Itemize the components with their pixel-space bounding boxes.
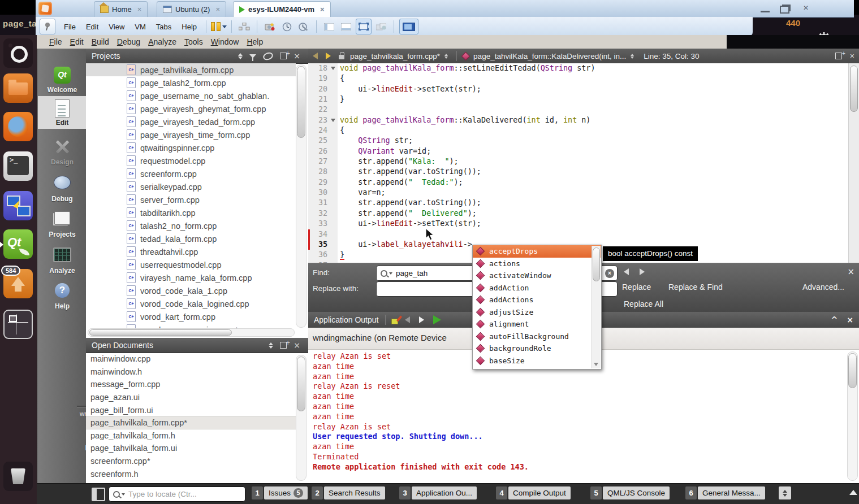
vm-tab-esys-ilum2440-vm[interactable]: esys-ILUM2440-vm× [233, 1, 331, 17]
vmware-menu-vm[interactable]: VM [130, 23, 151, 31]
open-document-row[interactable]: mainwindow.cpp [86, 353, 296, 366]
open-document-row[interactable]: page_tahvilkala_form.ui [86, 442, 296, 455]
open-documents-scrollbar[interactable] [296, 355, 307, 481]
split-panel-icon[interactable] [280, 342, 287, 349]
project-file-row[interactable]: C+tedad_kala_form.cpp [86, 232, 296, 245]
close-panel-icon[interactable]: × [293, 341, 300, 350]
clear-find-icon[interactable]: × [605, 269, 614, 278]
qtcreator-launcher-icon[interactable]: Qt [3, 229, 33, 259]
close-tab-icon[interactable]: × [320, 5, 325, 14]
completion-item[interactable]: baseSize [473, 355, 601, 367]
projects-horizontal-scrollbar[interactable] [88, 328, 295, 337]
open-document-row[interactable]: page_tahvilkala_form.h [86, 429, 296, 442]
code-line[interactable]: 21} [308, 94, 849, 105]
completion-item[interactable]: addActions [473, 294, 601, 306]
project-file-row[interactable]: C+page_username_no_sabt_ghablan. [86, 89, 296, 102]
project-file-row[interactable]: C+screenform.cpp [86, 167, 296, 180]
symbol-dropdown[interactable]: page_tahvilKala_form::KalaDelivered(int,… [473, 52, 626, 60]
pane-label[interactable]: Search Results [324, 486, 385, 499]
autocomplete-scrollbar[interactable] [592, 246, 601, 368]
project-file-row[interactable]: C+page_virayesh_gheymat_form.cpp [86, 102, 296, 115]
code-line[interactable]: 31 str.append(var.toString()); [308, 198, 849, 208]
ubuntu-dash-icon[interactable] [3, 38, 33, 68]
fold-arrow-icon[interactable] [331, 119, 335, 122]
file-manager-icon[interactable] [3, 73, 33, 103]
project-file-row[interactable]: C+threadtahvil.cpp [86, 245, 296, 258]
fullscreen-icon[interactable] [356, 19, 372, 34]
close-button[interactable]: ✕ [800, 4, 812, 12]
vmware-menu-edit[interactable]: Edit [81, 23, 103, 31]
go-forward-icon[interactable] [326, 53, 331, 59]
project-file-row[interactable]: C+page_talash2_form.cpp [86, 76, 296, 89]
completion-item[interactable]: backgroundRole [473, 342, 601, 355]
completion-item[interactable]: activateWindow [473, 270, 601, 282]
pane-label[interactable]: Issues5 [264, 486, 308, 499]
advanced-button[interactable]: Advanced... [802, 283, 844, 292]
pin-toolbar-icon[interactable] [40, 19, 55, 34]
qt-menu-analyze[interactable]: Analyze [148, 37, 176, 46]
project-file-row[interactable]: C+vorod_code_kala_logined.cpp [86, 297, 296, 310]
project-file-row[interactable]: C+requestmodel.cpp [86, 154, 296, 167]
split-editor-icon[interactable] [835, 53, 842, 59]
vm-tab-ubuntu-2-[interactable]: Ubuntu (2)× [157, 1, 226, 17]
output-scrollbar[interactable] [847, 351, 858, 481]
qt-menu-help[interactable]: Help [247, 37, 263, 46]
project-file-row[interactable]: C+page_virayesh_time_form.cpp [86, 128, 296, 141]
panel-mode-select-icon[interactable] [238, 53, 243, 60]
completion-item[interactable]: acceptDrops [473, 245, 601, 258]
project-file-row[interactable]: C+vorod_kart_form.cpp [86, 310, 296, 323]
output-pane-tab-issues[interactable]: 1Issues5 [252, 486, 308, 499]
completion-item[interactable]: adjustSize [473, 306, 601, 319]
show-library-icon[interactable] [322, 19, 336, 34]
terminal-icon[interactable]: >_ [3, 151, 33, 181]
project-file-row[interactable]: C+qtwaitingspinner.cpp [86, 141, 296, 154]
code-line[interactable]: 34 [308, 229, 849, 240]
open-document-row[interactable]: page_azan.ui [86, 391, 296, 404]
code-line[interactable]: 25 QString str; [308, 136, 849, 146]
fold-arrow-icon[interactable] [331, 67, 335, 70]
previous-output-icon[interactable] [405, 316, 410, 323]
project-file-row[interactable]: C+vorod_code_kala_1.cpp [86, 284, 296, 297]
output-pane-tab-qml-js-console[interactable]: 5QML/JS Console [590, 486, 670, 499]
locator-input[interactable]: Type to locate (Ctr... [109, 486, 245, 502]
sidebar-item-analyze[interactable]: Analyze [38, 244, 87, 277]
manage-snapshots-icon[interactable] [296, 19, 311, 34]
panel-mode-select-icon[interactable] [268, 342, 273, 349]
project-file-row[interactable]: C+page_virayesh_tedad_form.cpp [86, 115, 296, 128]
code-line[interactable]: 19{ [308, 73, 849, 84]
open-document-row[interactable]: screenform.cpp* [86, 455, 296, 468]
output-pane-tab-general-messa-[interactable]: 6General Messa... [685, 486, 765, 499]
vmware-menu-view[interactable]: View [103, 23, 130, 31]
pane-label[interactable]: General Messa... [698, 486, 765, 499]
filter-icon[interactable] [249, 54, 256, 58]
editor-scrollbar[interactable] [848, 63, 859, 263]
open-document-row[interactable]: message_form.cpp [86, 378, 296, 391]
code-line[interactable]: 18void page_tahvilKala_form::setLineEdit… [308, 63, 849, 73]
go-back-icon[interactable] [313, 53, 318, 59]
project-file-row[interactable]: C+virayesh_name_kala_form.cpp [86, 271, 296, 284]
vmware-menu-file[interactable]: File [59, 23, 81, 31]
console-view-icon[interactable] [339, 19, 353, 34]
output-run-tab[interactable]: wndingmachine (on Remote Device [313, 333, 447, 342]
restore-button[interactable] [780, 6, 789, 14]
console-button-icon[interactable] [399, 19, 418, 34]
output-pane-tab-compile-output[interactable]: 4Compile Output [496, 486, 571, 499]
trash-icon[interactable] [3, 462, 33, 491]
open-document-row[interactable]: screenform.h [86, 467, 296, 480]
code-line[interactable]: 23void page_tahvilKala_form::KalaDeliver… [308, 115, 849, 125]
code-line[interactable]: 27 str.append("Kala: "); [308, 157, 849, 167]
file-dropdown-arrows-icon[interactable] [443, 53, 448, 59]
code-line[interactable]: 33 ui->lineEdit->setText(str); [308, 219, 849, 229]
clear-output-icon[interactable] [391, 315, 400, 324]
project-file-row[interactable]: C+userrequestmodel.cpp [86, 258, 296, 271]
qt-menu-build[interactable]: Build [92, 37, 109, 46]
close-output-panel-icon[interactable]: × [847, 315, 853, 324]
project-file-row[interactable]: C+server_form.cpp [86, 193, 296, 206]
close-panel-icon[interactable]: × [293, 51, 300, 60]
symbol-dropdown-arrows-icon[interactable] [629, 53, 634, 59]
open-file-dropdown[interactable]: page_tahvilkala_form.cpp* [350, 52, 440, 60]
sidebar-item-edit[interactable]: Edit [38, 96, 87, 129]
qt-menu-edit[interactable]: Edit [70, 37, 84, 46]
revert-snapshot-icon[interactable] [279, 19, 294, 34]
close-editor-icon[interactable]: × [850, 51, 854, 60]
